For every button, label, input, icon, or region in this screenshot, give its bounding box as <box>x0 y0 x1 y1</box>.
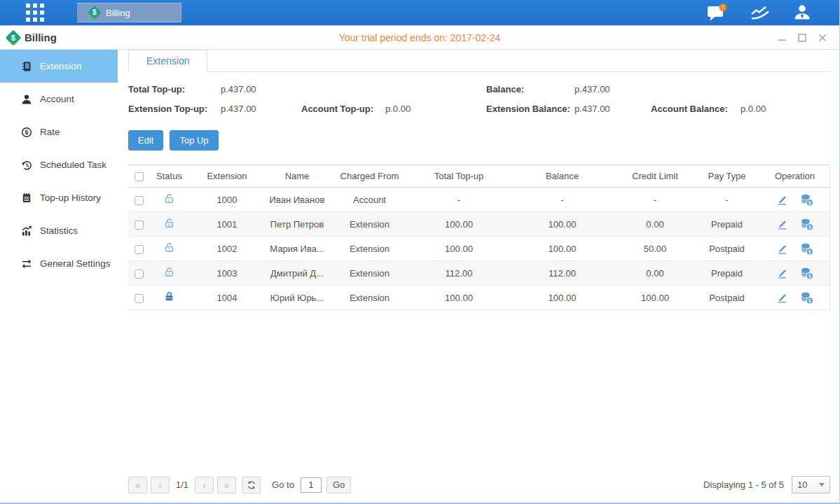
extension-balance-value: p.437.00 <box>574 104 651 114</box>
edit-icon[interactable] <box>776 243 788 255</box>
status-lock-icon <box>164 193 174 204</box>
cell-charged-from: Extension <box>329 219 410 230</box>
tabbar-filler <box>207 50 830 72</box>
chevron-down-icon <box>819 483 825 486</box>
trial-notice: Your trial period ends on: 2017-02-24 <box>0 32 839 43</box>
account-topup-value: p.0.00 <box>385 104 486 114</box>
dollar-circle-icon <box>21 127 32 138</box>
row-checkbox[interactable] <box>135 245 144 254</box>
col-status: Status <box>149 171 189 181</box>
sidebar-item-label: Top-up History <box>40 192 101 203</box>
edit-icon[interactable] <box>776 292 788 304</box>
top-up-icon[interactable] <box>800 242 813 255</box>
cell-balance: 112.00 <box>508 268 617 279</box>
content-tabbar: Extension <box>128 50 830 72</box>
cell-total-topup: 100.00 <box>410 293 508 303</box>
pagination-bar: « ‹ 1/1 › » Go to Go Displaying 1 - 5 of… <box>128 469 830 503</box>
col-extension: Extension <box>189 171 265 181</box>
tab-extension[interactable]: Extension <box>128 50 207 72</box>
window-title: $ Billing <box>8 31 57 43</box>
prev-page-button[interactable]: ‹ <box>151 477 170 493</box>
journal-icon <box>21 61 32 72</box>
sidebar-item-general-settings[interactable]: General Settings <box>0 247 118 280</box>
row-checkbox[interactable] <box>135 196 144 205</box>
edit-button[interactable]: Edit <box>128 130 163 150</box>
cell-charged-from: Account <box>329 195 410 205</box>
go-button[interactable]: Go <box>326 477 351 493</box>
cell-charged-from: Extension <box>329 268 410 279</box>
cell-balance: 100.00 <box>508 244 617 254</box>
cell-extension: 1001 <box>189 219 265 230</box>
svg-text:!: ! <box>722 4 724 10</box>
top-up-icon[interactable] <box>800 267 813 280</box>
messages-icon[interactable]: ! <box>706 4 727 22</box>
sidebar-item-scheduled-task[interactable]: Scheduled Task <box>0 148 118 181</box>
account-balance-value: p.0.00 <box>741 104 830 114</box>
bar-chart-icon <box>21 225 32 237</box>
balance-summary: Total Top-up: p.437.00 Balance: p.437.00… <box>128 84 830 114</box>
cell-extension: 1002 <box>189 244 265 254</box>
maximize-icon[interactable] <box>797 32 808 43</box>
col-operation: Operation <box>760 171 829 181</box>
cell-credit-limit: - <box>617 195 694 205</box>
sidebar-item-rate[interactable]: Rate <box>0 115 118 148</box>
extension-topup-label: Extension Top-up: <box>128 104 221 114</box>
goto-page-input[interactable] <box>301 477 322 493</box>
taskbar-tab-billing[interactable]: $ Billing <box>76 3 181 22</box>
displaying-range: Displaying 1 - 5 of 5 <box>703 479 784 490</box>
cell-balance: 100.00 <box>508 219 617 230</box>
account-topup-label: Account Top-up: <box>301 104 385 114</box>
next-page-button[interactable]: › <box>195 477 214 493</box>
swap-arrows-icon <box>21 258 32 270</box>
cell-extension: 1003 <box>189 268 265 279</box>
person-icon <box>21 94 32 105</box>
cell-credit-limit: 50.00 <box>617 244 694 254</box>
row-checkbox[interactable] <box>135 294 144 303</box>
edit-icon[interactable] <box>776 267 788 279</box>
sidebar-item-label: Rate <box>40 127 60 137</box>
page-size-select[interactable]: 10 <box>792 476 830 493</box>
sidebar-item-label: Extension <box>40 61 81 71</box>
app-grid-icon[interactable] <box>26 4 44 22</box>
minimize-icon[interactable] <box>776 32 787 43</box>
extension-balance-label: Extension Balance: <box>486 104 574 114</box>
sidebar-item-label: Account <box>40 94 74 104</box>
monitor-chart-icon[interactable] <box>750 4 771 21</box>
table-row: 1000 Иван Иванов Account - - - - <box>128 188 829 212</box>
goto-label: Go to <box>272 479 294 490</box>
refresh-button[interactable] <box>242 477 261 493</box>
sidebar-item-statistics[interactable]: Statistics <box>0 214 118 247</box>
col-charged-from: Charged From <box>329 171 410 181</box>
cell-name: Юрий Юрь... <box>265 293 329 303</box>
page-size-value: 10 <box>797 479 807 490</box>
col-pay-type: Pay Type <box>694 171 760 181</box>
cell-name: Мария Ива... <box>265 244 329 254</box>
cell-total-topup: - <box>410 195 508 205</box>
last-page-button[interactable]: » <box>217 477 236 493</box>
row-checkbox[interactable] <box>135 270 144 279</box>
select-all-checkbox[interactable] <box>135 172 144 181</box>
cell-name: Иван Иванов <box>265 195 329 205</box>
window-title-text: Billing <box>25 31 57 43</box>
top-up-icon[interactable] <box>800 218 813 231</box>
col-total-topup: Total Top-up <box>410 171 508 181</box>
user-account-icon[interactable] <box>793 4 811 22</box>
sidebar-nav: Extension Account Rate Scheduled Task To… <box>0 50 118 503</box>
edit-icon[interactable] <box>776 194 788 206</box>
cell-balance: - <box>508 195 617 205</box>
sidebar-item-account[interactable]: Account <box>0 83 118 115</box>
sidebar-item-extension[interactable]: Extension <box>0 50 118 83</box>
top-up-icon[interactable] <box>800 193 813 206</box>
row-checkbox[interactable] <box>135 220 144 230</box>
table-row: 1004 Юрий Юрь... Extension 100.00 100.00… <box>128 286 829 310</box>
sidebar-item-topup-history[interactable]: Top-up History <box>0 181 118 214</box>
cell-name: Дмитрий Д... <box>265 268 329 279</box>
edit-icon[interactable] <box>776 218 788 230</box>
cell-credit-limit: 0.00 <box>617 219 694 230</box>
cell-pay-type: - <box>694 195 760 205</box>
top-up-button[interactable]: Top Up <box>170 130 218 150</box>
first-page-button[interactable]: « <box>128 477 147 493</box>
close-icon[interactable] <box>817 32 828 43</box>
table-row: 1001 Петр Петров Extension 100.00 100.00… <box>128 212 829 237</box>
top-up-icon[interactable] <box>800 291 813 304</box>
